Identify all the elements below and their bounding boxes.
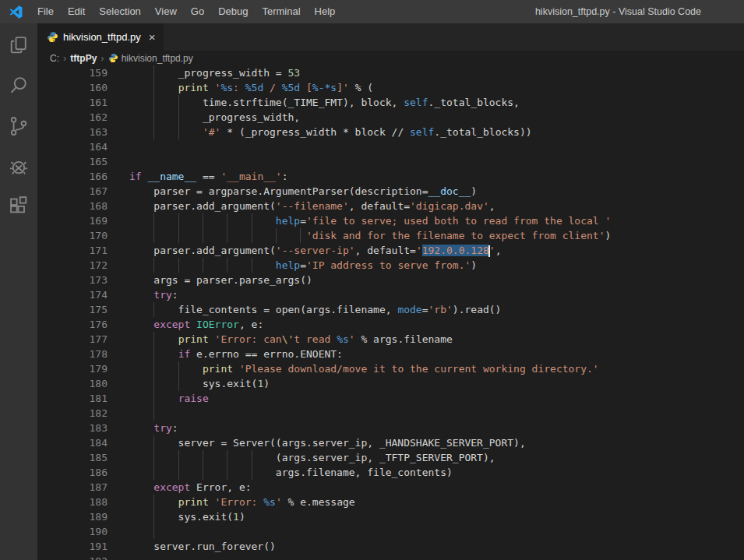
menu-edit[interactable]: Edit <box>61 0 92 23</box>
menu-go[interactable]: Go <box>184 0 211 23</box>
indent-guide <box>252 258 252 273</box>
code-text: time.strftime(_TIME_FMT), block, self._t… <box>37 95 520 110</box>
code-line[interactable]: 174 try: <box>37 287 744 302</box>
code-line[interactable]: 179 print 'Please download/move it to th… <box>37 361 744 376</box>
code-line[interactable]: 191 server.run_forever() <box>37 539 744 554</box>
menu-bar: FileEditSelectionViewGoDebugTerminalHelp <box>30 0 342 23</box>
menu-view[interactable]: View <box>148 0 184 23</box>
code-line[interactable]: 166if __name__ == '__main__': <box>37 169 744 184</box>
code-line[interactable]: 184 server = Server((args.server_ip, _HA… <box>37 435 744 450</box>
indent-guide <box>203 450 203 465</box>
indent-guide <box>153 391 154 406</box>
indent-guide <box>178 110 179 125</box>
code-text: '#' * (_progress_width * block // self._… <box>37 125 532 139</box>
code-line[interactable]: 171 parser.add_argument('--server-ip', d… <box>37 243 744 258</box>
indent-guide <box>153 509 154 524</box>
code-line[interactable]: 170 'disk and for the filename to expect… <box>37 228 744 243</box>
code-text: help='file to serve; used both to read f… <box>37 213 611 228</box>
line-number: 192 <box>37 554 108 560</box>
indent-guide <box>153 435 154 450</box>
code-line[interactable]: 192 <box>37 554 744 560</box>
code-line[interactable]: 187 except Error, e: <box>37 480 744 495</box>
code-line[interactable]: 180 sys.exit(1) <box>37 376 744 391</box>
debug-icon[interactable] <box>8 156 30 178</box>
search-icon[interactable] <box>8 75 30 97</box>
menu-help[interactable]: Help <box>308 0 343 23</box>
indent-guide <box>153 125 154 139</box>
tab-hikvision-tftpd[interactable]: hikvision_tftpd.py × <box>37 23 164 51</box>
window-title: hikvision_tftpd.py - Visual Studio Code <box>535 0 701 23</box>
indent-guide <box>178 95 179 110</box>
code-line[interactable]: 164 <box>37 139 744 154</box>
line-number: 165 <box>37 154 108 169</box>
line-number: 178 <box>37 347 108 361</box>
line-number: 169 <box>37 213 108 228</box>
indent-guide <box>153 332 154 347</box>
code-text: 'disk and for the filename to expect fro… <box>37 228 611 243</box>
code-editor[interactable]: 159 _progress_width = 53160 print '%s: %… <box>37 65 744 560</box>
menu-selection[interactable]: Selection <box>92 0 147 23</box>
indent-guide <box>203 213 203 228</box>
code-line[interactable]: 169 help='file to serve; used both to re… <box>37 213 744 228</box>
code-line[interactable]: 163 '#' * (_progress_width * block // se… <box>37 125 744 139</box>
code-line[interactable]: 178 if e.errno == errno.ENOENT: <box>37 347 744 361</box>
breadcrumb: C:›tftpPy›hikvision_tftpd.py <box>37 51 744 65</box>
line-number: 171 <box>37 243 108 258</box>
indent-guide <box>252 450 252 465</box>
breadcrumb-segment[interactable]: tftpPy <box>70 53 97 64</box>
extensions-icon[interactable] <box>8 196 30 218</box>
indent-guide <box>153 302 154 317</box>
indent-guide <box>252 213 252 228</box>
python-icon <box>47 31 58 43</box>
indent-guide <box>203 258 203 273</box>
code-line[interactable]: 175 file_contents = open(args.filename, … <box>37 302 744 317</box>
code-line[interactable]: 168 parser.add_argument('--filename', de… <box>37 199 744 213</box>
code-line[interactable]: 190 <box>37 524 744 539</box>
code-line[interactable]: 176 except IOError, e: <box>37 317 744 332</box>
menu-terminal[interactable]: Terminal <box>255 0 307 23</box>
indent-guide <box>153 524 154 539</box>
indent-guide <box>300 228 301 243</box>
line-number: 174 <box>37 287 108 302</box>
indent-guide <box>153 465 154 480</box>
code-line[interactable]: 186 args.filename, file_contents) <box>37 465 744 480</box>
code-line[interactable]: 173 args = parser.parse_args() <box>37 273 744 287</box>
indent-guide <box>153 376 154 391</box>
code-line[interactable]: 167 parser = argparse.ArgumentParser(des… <box>37 184 744 199</box>
code-line[interactable]: 177 print 'Error: can\'t read %s' % args… <box>37 332 744 347</box>
code-line[interactable]: 182 <box>37 406 744 421</box>
code-line[interactable]: 160 print '%s: %5d / %5d [%-*s]' % ( <box>37 80 744 95</box>
explorer-icon[interactable] <box>8 34 30 56</box>
activity-bar <box>0 23 37 560</box>
line-number: 191 <box>37 539 108 554</box>
code-line[interactable]: 165 <box>37 154 744 169</box>
line-number: 170 <box>37 228 108 243</box>
code-line[interactable]: 181 raise <box>37 391 744 406</box>
line-number: 167 <box>37 184 108 199</box>
menu-file[interactable]: File <box>30 0 61 23</box>
tab-close-icon[interactable]: × <box>149 31 156 43</box>
indent-guide <box>227 228 227 243</box>
indent-guide <box>227 450 227 465</box>
line-number: 189 <box>37 509 108 524</box>
code-line[interactable]: 188 print 'Error: %s' % e.message <box>37 495 744 509</box>
code-line[interactable]: 161 time.strftime(_TIME_FMT), block, sel… <box>37 95 744 110</box>
menu-debug[interactable]: Debug <box>211 0 255 23</box>
indent-guide <box>227 258 227 273</box>
code-line[interactable]: 185 (args.server_ip, _TFTP_SERVER_PORT), <box>37 450 744 465</box>
code-line[interactable]: 162 _progress_width, <box>37 110 744 125</box>
indent-guide <box>178 213 179 228</box>
line-number: 161 <box>37 95 108 110</box>
code-line[interactable]: 183 try: <box>37 421 744 435</box>
indent-guide <box>153 213 154 228</box>
line-number: 172 <box>37 258 108 273</box>
indent-guide <box>203 465 203 480</box>
breadcrumb-segment[interactable]: C: <box>50 53 59 64</box>
source-control-icon[interactable] <box>8 115 30 137</box>
code-line[interactable]: 159 _progress_width = 53 <box>37 65 744 80</box>
code-line[interactable]: 172 help='IP address to serve from.') <box>37 258 744 273</box>
indent-guide <box>153 95 154 110</box>
code-line[interactable]: 189 sys.exit(1) <box>37 509 744 524</box>
breadcrumb-segment[interactable]: hikvision_tftpd.py <box>108 53 193 64</box>
line-number: 166 <box>37 169 108 184</box>
